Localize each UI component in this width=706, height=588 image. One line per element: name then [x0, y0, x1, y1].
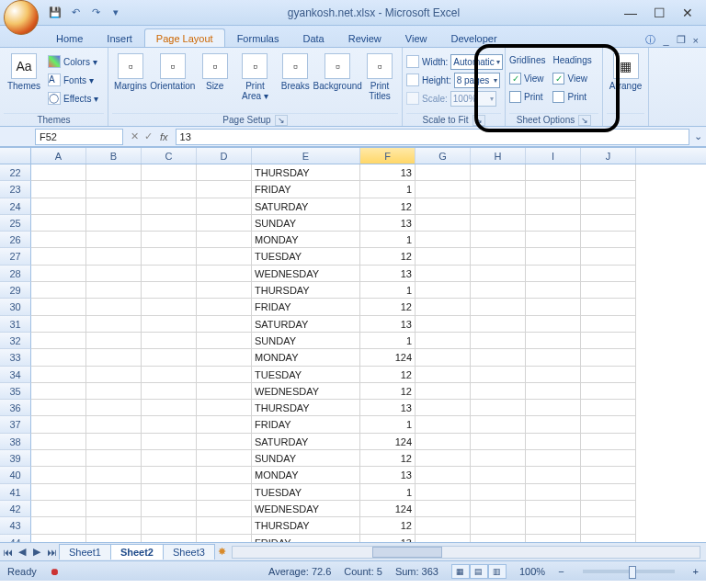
- cell[interactable]: [471, 501, 526, 517]
- cell[interactable]: [581, 181, 636, 198]
- redo-icon[interactable]: ↷: [88, 6, 103, 20]
- minimize-button[interactable]: —: [624, 6, 637, 20]
- size-button[interactable]: ▫Size: [197, 50, 233, 91]
- cell[interactable]: FRIDAY: [252, 416, 360, 433]
- cell[interactable]: 1: [360, 416, 416, 433]
- cell[interactable]: [142, 248, 197, 265]
- close-workbook-icon[interactable]: ×: [693, 35, 699, 46]
- width-combo[interactable]: Automatic: [450, 54, 502, 70]
- cell[interactable]: 13: [360, 164, 416, 181]
- cell[interactable]: TUESDAY: [252, 484, 360, 501]
- cell[interactable]: [86, 232, 142, 248]
- row-header[interactable]: 37: [0, 416, 31, 433]
- new-sheet-icon[interactable]: ✸: [218, 546, 226, 558]
- row-header[interactable]: 25: [0, 215, 31, 232]
- cell[interactable]: 13: [360, 215, 416, 232]
- cell[interactable]: [86, 181, 142, 198]
- row-header[interactable]: 22: [0, 164, 31, 181]
- cell[interactable]: [197, 400, 252, 416]
- cell[interactable]: [471, 383, 526, 400]
- cell[interactable]: 12: [360, 517, 416, 534]
- cell[interactable]: [86, 333, 142, 349]
- cell[interactable]: [471, 316, 526, 333]
- cell[interactable]: [197, 282, 252, 299]
- cell[interactable]: SATURDAY: [252, 316, 360, 333]
- prev-sheet-icon[interactable]: ◀: [15, 546, 29, 558]
- scale-launcher[interactable]: ↘: [473, 115, 485, 126]
- cell[interactable]: [31, 316, 86, 333]
- cell[interactable]: [142, 215, 197, 232]
- cell[interactable]: [581, 434, 636, 450]
- cell[interactable]: [581, 467, 636, 483]
- cell[interactable]: [526, 400, 581, 416]
- cell[interactable]: 13: [360, 266, 416, 282]
- row-header[interactable]: 23: [0, 181, 31, 198]
- maximize-button[interactable]: ☐: [654, 6, 666, 20]
- cell[interactable]: [31, 501, 86, 517]
- cell[interactable]: [142, 416, 197, 433]
- printarea-button[interactable]: ▫PrintArea ▾: [237, 50, 274, 101]
- row-header[interactable]: 32: [0, 333, 31, 349]
- cell[interactable]: [31, 467, 86, 483]
- sheet-options-launcher[interactable]: ↘: [578, 115, 591, 126]
- cell[interactable]: [197, 383, 252, 400]
- cell[interactable]: [471, 333, 526, 349]
- cell[interactable]: [526, 215, 581, 232]
- cell[interactable]: [416, 400, 471, 416]
- cancel-icon[interactable]: ✕: [131, 130, 139, 142]
- cell[interactable]: [526, 164, 581, 181]
- cell[interactable]: [581, 501, 636, 517]
- cell[interactable]: [197, 232, 252, 248]
- cell[interactable]: [416, 416, 471, 433]
- cell[interactable]: [416, 164, 471, 181]
- cell[interactable]: [197, 484, 252, 501]
- fx-icon[interactable]: fx: [160, 131, 168, 142]
- cell[interactable]: [197, 181, 252, 198]
- cell[interactable]: [142, 299, 197, 315]
- cell[interactable]: [86, 501, 142, 517]
- cell[interactable]: [142, 467, 197, 483]
- cell[interactable]: 1: [360, 181, 416, 198]
- cell[interactable]: [471, 400, 526, 416]
- last-sheet-icon[interactable]: ⏭: [44, 547, 59, 558]
- cell[interactable]: 12: [360, 450, 416, 467]
- cell[interactable]: MONDAY: [252, 232, 360, 248]
- cell[interactable]: [86, 434, 142, 450]
- cell[interactable]: [31, 517, 86, 534]
- cell[interactable]: [581, 416, 636, 433]
- row-header[interactable]: 36: [0, 400, 31, 416]
- cell[interactable]: [416, 434, 471, 450]
- cell[interactable]: [471, 215, 526, 232]
- zoom-out-icon[interactable]: −: [558, 566, 564, 577]
- cell[interactable]: [31, 484, 86, 501]
- cell[interactable]: 12: [360, 248, 416, 265]
- cell[interactable]: [197, 416, 252, 433]
- orientation-button[interactable]: ▫Orientation: [153, 50, 193, 91]
- cell[interactable]: THURSDAY: [252, 282, 360, 299]
- arrange-button[interactable]: ▦Arrange: [607, 50, 644, 91]
- horizontal-scrollbar[interactable]: [232, 546, 700, 559]
- cell[interactable]: [86, 450, 142, 467]
- save-icon[interactable]: 💾: [48, 6, 63, 20]
- cell[interactable]: 13: [360, 316, 416, 333]
- cell[interactable]: [471, 434, 526, 450]
- cell[interactable]: [526, 434, 581, 450]
- cell[interactable]: [416, 215, 471, 232]
- zoom-slider[interactable]: [583, 570, 675, 573]
- cell[interactable]: 12: [360, 367, 416, 383]
- tab-insert[interactable]: Insert: [95, 28, 144, 47]
- cell[interactable]: [581, 282, 636, 299]
- height-combo[interactable]: 8 pages: [454, 73, 500, 88]
- row-header[interactable]: 26: [0, 232, 31, 248]
- cell[interactable]: [416, 299, 471, 315]
- cell[interactable]: [86, 266, 142, 282]
- cell[interactable]: [197, 535, 252, 542]
- cell[interactable]: 1: [360, 333, 416, 349]
- cell[interactable]: [526, 333, 581, 349]
- column-header[interactable]: J: [581, 148, 636, 164]
- cell[interactable]: FRIDAY: [252, 535, 360, 542]
- cell[interactable]: [416, 333, 471, 349]
- cell[interactable]: [31, 282, 86, 299]
- cell[interactable]: [526, 248, 581, 265]
- macro-record-icon[interactable]: ⏺: [50, 566, 60, 577]
